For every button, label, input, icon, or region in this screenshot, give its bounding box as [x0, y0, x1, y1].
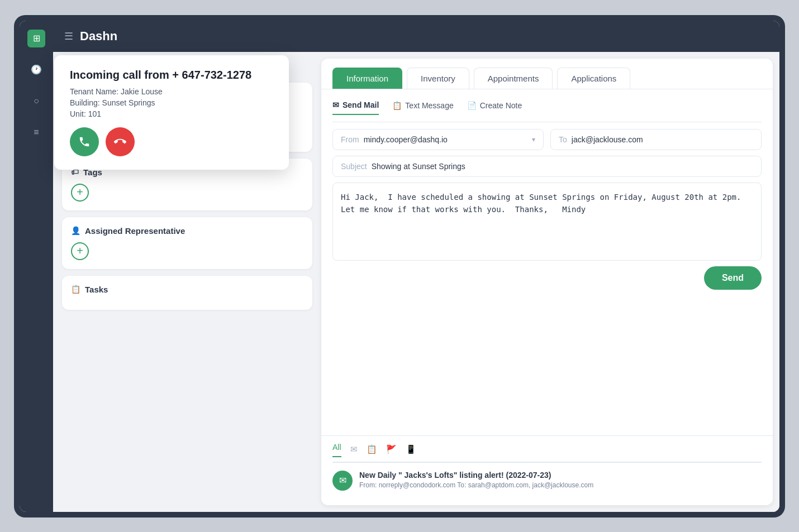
filter-phone-icon[interactable]: 📱	[406, 444, 416, 454]
hamburger-icon[interactable]: ☰	[64, 30, 73, 42]
send-row: Send	[332, 266, 762, 290]
message-content: New Daily " Jacks's Lofts" listing alert…	[359, 471, 593, 489]
subject-input[interactable]	[372, 162, 753, 171]
call-title: Incoming call from + 647-732-1278	[70, 69, 273, 82]
add-rep-button[interactable]: +	[71, 242, 89, 260]
tasks-icon: 📋	[71, 285, 80, 294]
decline-call-button[interactable]	[106, 127, 135, 156]
note-action-icon: 📄	[467, 101, 477, 110]
message-history: All ✉ 📋 🚩 📱 ✉ New Daily " Jacks's Lofts"…	[321, 435, 773, 505]
add-tag-button[interactable]: +	[71, 184, 89, 202]
tab-nav: Information Inventory Appointments Appli…	[321, 59, 773, 89]
top-bar: ☰ Dashn	[53, 21, 779, 52]
call-unit-detail: Unit: 101	[70, 109, 273, 118]
tasks-title: Tasks	[85, 285, 108, 294]
decline-icon	[114, 136, 126, 148]
right-panel: Information Inventory Appointments Appli…	[321, 59, 773, 505]
accept-call-button[interactable]	[70, 127, 99, 156]
accept-icon	[78, 136, 91, 148]
unit-label: Unit:	[70, 109, 86, 118]
unit-value: 101	[88, 109, 101, 118]
tasks-card: 📋 Tasks	[62, 276, 312, 310]
body-textarea[interactable]: Hi Jack, I have scheduled a showing at S…	[332, 183, 762, 261]
sidebar-home-icon[interactable]: ⊞	[27, 30, 45, 47]
call-building-detail: Building: Sunset Springs	[70, 98, 273, 107]
assigned-rep-title: Assigned Representative	[85, 226, 185, 236]
assigned-rep-header: 👤 Assigned Representative	[71, 226, 303, 236]
message-avatar: ✉	[332, 471, 353, 491]
filter-mail-icon[interactable]: ✉	[350, 444, 358, 454]
to-label: To	[559, 135, 567, 144]
message-title: New Daily " Jacks's Lofts" listing alert…	[359, 471, 593, 480]
tab-information[interactable]: Information	[332, 68, 402, 89]
subject-label: Subject	[341, 162, 367, 171]
action-text-message[interactable]: 📋 Text Message	[392, 100, 453, 115]
call-actions	[70, 127, 273, 156]
message-subtitle: From: norreply@condodork.com To: sarah@a…	[359, 481, 593, 489]
filter-flag-icon[interactable]: 🚩	[386, 444, 397, 454]
action-text-label: Text Message	[405, 101, 453, 110]
action-note-label: Create Note	[480, 101, 522, 110]
to-field-group: To	[550, 129, 762, 150]
text-action-icon: 📋	[392, 101, 402, 110]
history-filter-tabs: All ✉ 📋 🚩 📱	[332, 443, 762, 463]
tab-appointments[interactable]: Appointments	[474, 68, 553, 89]
to-input[interactable]	[572, 135, 753, 144]
action-send-mail[interactable]: ✉ Send Mail	[332, 100, 379, 115]
tenant-label: Tenant Name:	[70, 87, 118, 96]
app-title: Dashn	[80, 29, 117, 44]
sidebar-clock-icon[interactable]: 🕐	[27, 61, 45, 79]
building-name: Sunset Springs	[102, 98, 155, 107]
call-tenant-detail: Tenant Name: Jakie Louse	[70, 87, 273, 96]
sidebar: ⊞ 🕐 ○ ≡	[20, 21, 53, 512]
mail-area: ✉ Send Mail 📋 Text Message 📄 Create Note	[321, 89, 773, 435]
message-item: ✉ New Daily " Jacks's Lofts" listing ale…	[332, 463, 762, 499]
filter-note-icon[interactable]: 📋	[367, 444, 377, 454]
sidebar-list-icon[interactable]: ≡	[27, 123, 45, 141]
from-dropdown-icon[interactable]: ▾	[532, 136, 535, 143]
action-create-note[interactable]: 📄 Create Note	[467, 100, 522, 115]
mail-action-icon: ✉	[332, 100, 339, 109]
sidebar-user-icon[interactable]: ○	[27, 92, 45, 110]
email-form: From ▾ To Subject	[332, 129, 762, 290]
device-frame: ⊞ 🕐 ○ ≡ ☰ Dashn 1 Year ago 2 days ago	[14, 15, 785, 517]
incoming-call-popup: Incoming call from + 647-732-1278 Tenant…	[54, 55, 289, 170]
building-label: Building:	[70, 98, 100, 107]
from-to-row: From ▾ To	[332, 129, 762, 150]
subject-field: Subject	[332, 156, 762, 177]
rep-icon: 👤	[71, 226, 80, 235]
tasks-header: 📋 Tasks	[71, 285, 303, 294]
from-label: From	[341, 135, 359, 144]
from-field-group: From ▾	[332, 129, 544, 150]
tab-applications[interactable]: Applications	[557, 68, 630, 89]
action-tabs: ✉ Send Mail 📋 Text Message 📄 Create Note	[332, 100, 762, 122]
filter-all[interactable]: All	[332, 443, 341, 457]
action-send-mail-label: Send Mail	[343, 100, 379, 109]
assigned-rep-card: 👤 Assigned Representative +	[62, 217, 312, 269]
tenant-name: Jakie Louse	[121, 87, 163, 96]
tab-inventory[interactable]: Inventory	[407, 68, 469, 89]
send-button[interactable]: Send	[704, 266, 762, 290]
from-input[interactable]	[364, 135, 527, 144]
